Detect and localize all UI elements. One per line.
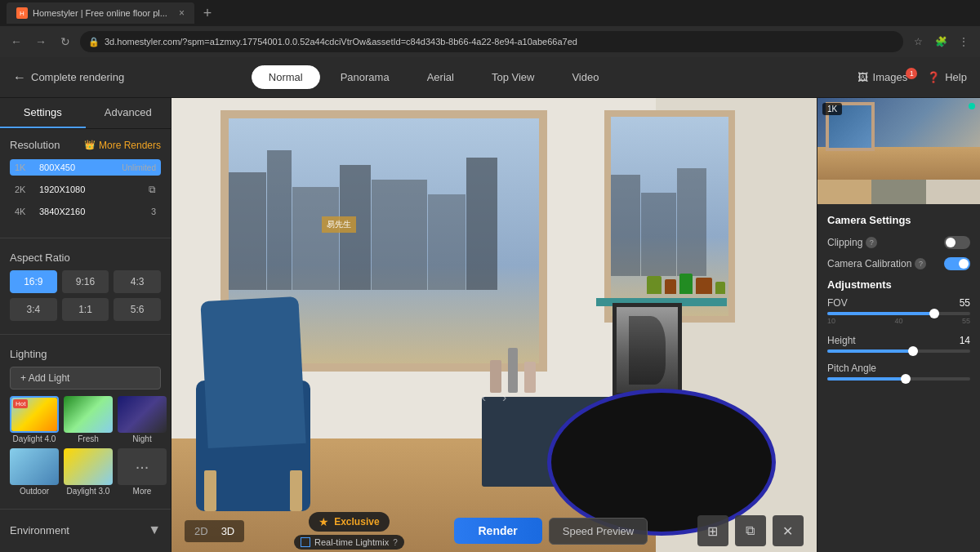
exclusive-pill: ★ Exclusive [309, 512, 389, 532]
tab-normal[interactable]: Normal [252, 65, 320, 89]
realtime-label: Real-time Lightmix [314, 537, 389, 547]
tab-panorama[interactable]: Panorama [323, 65, 407, 89]
light-preset-daylight3[interactable]: Daylight 3.0 [64, 448, 113, 496]
res-4k-label: 4K [15, 207, 34, 216]
address-bar[interactable]: 🔒 3d.homestyler.com/?spm=a1zmxy.17754001… [80, 31, 903, 52]
bottom-right-actions: ⊞ ⧉ ✕ [697, 515, 804, 546]
back-nav-button[interactable]: ← [7, 32, 26, 51]
fresh-label: Fresh [78, 434, 99, 443]
resolution-2k[interactable]: 2K 1920X1080 ⧉ [10, 180, 161, 198]
fov-slider-row: FOV 55 10 40 55 [827, 297, 970, 325]
bookmark-icon[interactable]: ☆ [908, 32, 928, 51]
aspect-5-6[interactable]: 5:6 [114, 298, 161, 321]
pitch-slider[interactable] [827, 377, 970, 381]
tab-close-icon[interactable]: × [179, 7, 185, 19]
res-1k-limit: Unlimited [122, 163, 156, 172]
fov-slider[interactable] [827, 312, 970, 315]
lighting-section: Lighting + Add Light Hot Daylight 4.0 [0, 338, 171, 505]
tab-title: Homestyler | Free online floor pl... [33, 8, 167, 18]
preview-active-dot [969, 103, 975, 109]
grid-view-button[interactable]: ⊞ [697, 515, 728, 546]
res-4k-limit: 3 [151, 207, 156, 216]
resolution-4k[interactable]: 4K 3840X2160 3 [10, 203, 161, 220]
close-view-button[interactable]: ✕ [773, 515, 804, 546]
fov-label: FOV [827, 297, 848, 309]
advanced-tab[interactable]: Advanced [86, 98, 172, 128]
environment-section[interactable]: Environment ▼ [0, 513, 171, 547]
swatch-3[interactable] [926, 180, 980, 204]
sign-text: 易先生 [322, 216, 356, 233]
exclusive-label: Exclusive [334, 516, 379, 528]
res-4k-value: 3840X2160 [39, 207, 146, 216]
realtime-help-icon[interactable]: ? [393, 538, 398, 547]
clipping-label: Clipping ? [827, 237, 877, 248]
height-thumb[interactable] [908, 346, 918, 356]
pitch-thumb[interactable] [901, 374, 911, 384]
light-preset-outdoor[interactable]: Outdoor [10, 448, 59, 496]
clipping-help-icon[interactable]: ? [866, 237, 877, 248]
clipping-row: Clipping ? [827, 236, 970, 249]
room-scene: 易先生 [172, 98, 817, 552]
material-swatches [817, 180, 980, 204]
height-slider-row: Height 14 [827, 335, 970, 353]
aspect-1-1[interactable]: 1:1 [62, 298, 109, 321]
more-renders-button[interactable]: 👑 More Renders [84, 140, 161, 151]
light-presets: Hot Daylight 4.0 Fresh [10, 396, 161, 496]
panel-tabs: Settings Advanced [0, 98, 171, 129]
res-1k-value: 800X450 [39, 162, 117, 172]
fov-mid-tick: 40 [894, 317, 902, 325]
render-button[interactable]: Render [454, 518, 542, 544]
light-preset-night[interactable]: Night [118, 396, 167, 443]
fov-value: 55 [960, 297, 970, 309]
new-tab-button[interactable]: + [198, 3, 217, 23]
right-city-skyline [611, 157, 728, 276]
aspect-3-4[interactable]: 3:4 [10, 298, 57, 321]
view-3d-button[interactable]: 3D [218, 523, 238, 539]
url-text: 3d.homestyler.com/?spm=a1zmxy.17754001.0… [105, 37, 895, 47]
res-2k-label: 2K [15, 185, 34, 194]
resolution-title: Resolution [10, 139, 60, 151]
images-button[interactable]: 🖼 Images 1 [858, 71, 918, 83]
menu-icon[interactable]: ⋮ [954, 32, 973, 51]
help-button[interactable]: ❓ Help [927, 71, 967, 83]
adjustments-title: Adjustments [827, 278, 970, 291]
swatch-1[interactable] [817, 180, 871, 204]
copy-icon: ⧉ [149, 184, 156, 195]
swatch-2[interactable] [871, 180, 925, 204]
extension-icon[interactable]: 🧩 [931, 32, 951, 51]
tab-aerial[interactable]: Aerial [410, 65, 471, 89]
realtime-lightmix-checkbox[interactable]: Real-time Lightmix ? [294, 535, 404, 550]
light-preset-daylight4[interactable]: Hot Daylight 4.0 [10, 396, 59, 443]
calibration-help-icon[interactable]: ? [915, 258, 926, 269]
fov-thumb[interactable] [929, 309, 939, 318]
preview-resolution-label: 1K [822, 103, 842, 115]
crown-icon: 👑 [84, 140, 96, 150]
reload-button[interactable]: ↻ [56, 32, 75, 51]
night-label: Night [132, 434, 151, 443]
light-preset-fresh[interactable]: Fresh [64, 396, 113, 443]
fov-max-tick: 55 [962, 317, 970, 325]
help-label: Help [945, 71, 967, 83]
calibration-toggle[interactable] [944, 257, 970, 270]
resolution-1k[interactable]: 1K 800X450 Unlimited [10, 159, 161, 176]
daylight4-label: Daylight 4.0 [13, 434, 56, 443]
app-header: ← Complete rendering Normal Panorama Aer… [0, 57, 980, 98]
realtime-checkbox-input[interactable] [301, 537, 310, 547]
light-preset-more[interactable]: ··· More [118, 448, 167, 496]
forward-nav-button[interactable]: → [31, 32, 51, 51]
settings-tab[interactable]: Settings [0, 98, 86, 128]
camera-preview: 1K [817, 98, 980, 180]
clipping-toggle[interactable] [944, 236, 970, 249]
compare-button[interactable]: ⧉ [735, 515, 766, 546]
add-light-button[interactable]: + Add Light [10, 367, 161, 390]
browser-tab[interactable]: H Homestyler | Free online floor pl... × [7, 2, 194, 24]
aspect-4-3[interactable]: 4:3 [114, 270, 161, 293]
tab-topview[interactable]: Top View [474, 65, 552, 89]
height-slider[interactable] [827, 349, 970, 353]
tab-video[interactable]: Video [555, 65, 616, 89]
aspect-9-16[interactable]: 9:16 [62, 270, 109, 293]
aspect-16-9[interactable]: 16:9 [10, 270, 57, 293]
speed-preview-button[interactable]: Speed Preview [549, 518, 648, 545]
view-2d-button[interactable]: 2D [191, 523, 212, 539]
back-button[interactable]: ← Complete rendering [13, 70, 124, 85]
